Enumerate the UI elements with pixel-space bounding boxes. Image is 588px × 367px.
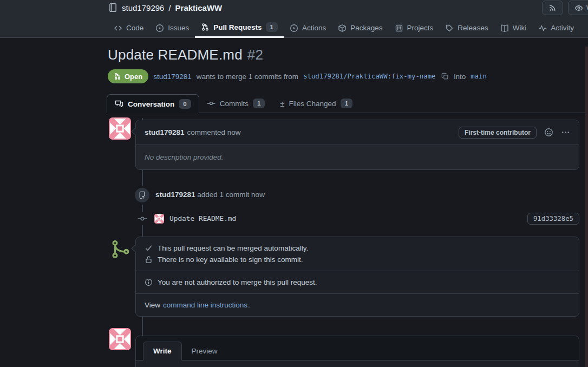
mergeable-status: This pull request can be merged automati… — [145, 244, 570, 252]
commit-sha-button[interactable]: 91d33328e5 — [527, 213, 579, 225]
repo-push-icon — [135, 188, 149, 202]
authorization-status: You are not authorized to merge this pul… — [145, 278, 570, 286]
book-icon — [500, 24, 509, 32]
contributor-badge: First-time contributor — [459, 127, 537, 139]
nav-tab-packages[interactable]: Packages — [332, 18, 388, 38]
gitea-pull-request-page: stud179296 / PrakticaWW Watch Code — [0, 0, 588, 367]
pr-number: #2 — [247, 47, 263, 63]
copy-branch-icon[interactable] — [441, 73, 449, 80]
pull-request-icon — [114, 73, 121, 80]
conversation-icon — [115, 100, 123, 108]
view-suffix: . — [248, 301, 250, 309]
repo-icon — [108, 3, 117, 12]
tab-label: Files Changed — [289, 100, 336, 108]
scrollbar[interactable] — [585, 47, 588, 367]
tab-commits[interactable]: Commits 1 — [199, 94, 273, 113]
pull-requests-count-badge: 1 — [266, 22, 278, 32]
unauthorized-text: You are not authorized to merge this pul… — [158, 278, 317, 286]
tab-files-changed[interactable]: ± Files Changed 1 — [272, 94, 360, 113]
pr-title-text: Update README.md — [108, 47, 243, 63]
git-merge-icon — [110, 239, 130, 259]
cli-instructions-section: View command line instructions . — [136, 293, 579, 316]
emoji-reaction-icon[interactable] — [544, 128, 553, 137]
pr-description-comment: stud179281 commented now First-time cont… — [135, 120, 579, 170]
tab-label: Conversation — [128, 100, 174, 108]
check-icon — [145, 244, 153, 252]
eye-icon — [574, 4, 583, 12]
nav-tab-label: Wiki — [513, 24, 527, 32]
rss-button[interactable] — [542, 1, 563, 15]
nav-tab-label: Pull Requests — [213, 23, 262, 31]
kebab-menu-icon[interactable] — [561, 128, 570, 137]
nav-tab-releases[interactable]: Releases — [439, 18, 494, 38]
repo-owner-link[interactable]: stud179296 — [122, 3, 164, 12]
issue-icon — [155, 24, 164, 32]
mergeable-text: This pull request can be merged automati… — [158, 244, 308, 252]
editor-tabs: Write Preview — [136, 336, 579, 361]
view-prefix: View — [145, 301, 160, 309]
repo-header-actions: Watch — [542, 1, 588, 15]
unlock-icon — [145, 255, 153, 264]
rss-icon — [548, 4, 557, 12]
pulse-icon — [538, 24, 547, 32]
pr-state-label: Open — [125, 73, 142, 81]
pr-meta-into: into — [454, 73, 466, 81]
comment-header-actions: First-time contributor — [459, 127, 570, 139]
sign-text: There is no key available to sign this c… — [158, 255, 303, 264]
nav-tab-wiki[interactable]: Wiki — [494, 18, 533, 38]
commit-icon — [135, 212, 150, 225]
repo-separator: / — [168, 3, 171, 12]
push-event-text: stud179281 added 1 commit now — [155, 191, 265, 199]
nav-tab-label: Packages — [350, 24, 382, 32]
tab-conversation[interactable]: Conversation 0 — [107, 94, 199, 113]
source-branch-link[interactable]: stud179281/PrakticaWW:fix-my-name — [303, 73, 435, 80]
nav-tab-actions[interactable]: Actions — [284, 18, 332, 38]
files-changed-count-badge: 1 — [341, 99, 352, 108]
avatar[interactable] — [109, 117, 131, 140]
sign-status: There is no key available to sign this c… — [145, 255, 570, 264]
commits-count-badge: 1 — [253, 99, 265, 108]
nav-tab-label: Code — [126, 24, 143, 32]
push-event: stud179281 added 1 commit now — [135, 188, 265, 202]
comment-body: No description provided. — [136, 145, 579, 169]
nav-tab-label: Issues — [168, 24, 189, 32]
avatar[interactable] — [154, 214, 164, 224]
commit-icon — [207, 99, 215, 108]
nav-tab-code[interactable]: Code — [108, 18, 149, 38]
nav-tab-issues[interactable]: Issues — [149, 18, 195, 38]
nav-tab-activity[interactable]: Activity — [532, 18, 580, 38]
package-icon — [338, 24, 347, 32]
comment-action-text: commented now — [187, 128, 241, 136]
code-icon — [114, 24, 122, 32]
cli-instructions-line: View command line instructions . — [145, 301, 570, 309]
conversation-count-badge: 0 — [179, 99, 191, 109]
avatar[interactable] — [109, 328, 131, 350]
commit-row: Update README.md 91d33328e5 — [135, 211, 579, 226]
tab-label: Commits — [220, 100, 249, 108]
commit-message-link[interactable]: Update README.md — [169, 214, 236, 222]
repo-title: stud179296 / PrakticaWW — [108, 3, 222, 12]
cli-instructions-link[interactable]: command line instructions — [163, 301, 247, 309]
merge-authorization-section: You are not authorized to merge this pul… — [136, 271, 579, 293]
nav-tab-label: Activity — [551, 24, 574, 32]
repo-nav: Code Issues Pull Requests 1 Actions Pack… — [108, 18, 580, 38]
watch-button[interactable]: Watch — [568, 1, 588, 15]
editor-body[interactable] — [136, 361, 579, 367]
comment-header: stud179281 commented now First-time cont… — [136, 120, 579, 145]
nav-tab-pull-requests[interactable]: Pull Requests 1 — [195, 18, 284, 38]
pr-title: Update README.md#2 — [108, 47, 263, 63]
pr-state-badge: Open — [108, 69, 148, 83]
pr-author-link[interactable]: stud179281 — [153, 73, 192, 81]
nav-tab-projects[interactable]: Projects — [389, 18, 440, 38]
repo-name-link[interactable]: PrakticaWW — [175, 3, 223, 12]
comment-author-link[interactable]: stud179281 — [145, 128, 185, 136]
repo-header: stud179296 / PrakticaWW Watch Code — [0, 0, 588, 38]
merge-status-box: This pull request can be merged automati… — [135, 237, 579, 317]
tab-write[interactable]: Write — [143, 342, 182, 361]
tab-preview[interactable]: Preview — [182, 342, 227, 360]
target-branch-link[interactable]: main — [471, 73, 487, 80]
info-icon — [145, 278, 153, 286]
push-author-link[interactable]: stud179281 — [155, 191, 195, 199]
nav-tab-label: Releases — [458, 24, 488, 32]
merge-checks-section: This pull request can be merged automati… — [136, 237, 579, 271]
